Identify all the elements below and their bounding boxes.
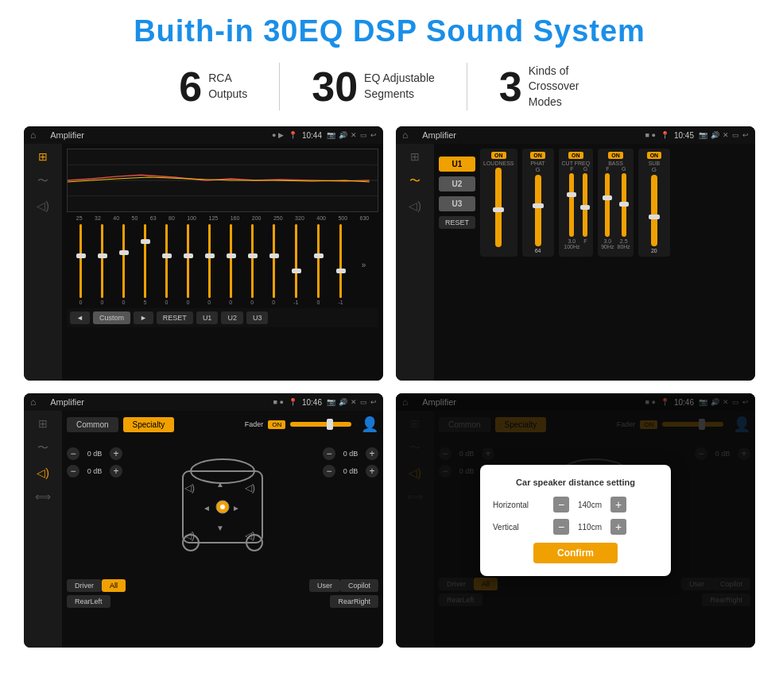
eq-val-3: 0	[122, 300, 125, 305]
eq-slider-13[interactable]: -1	[338, 224, 343, 305]
u2-button[interactable]: U2	[439, 176, 475, 191]
bass-label: BASS	[608, 160, 623, 166]
eq-graph	[67, 149, 378, 212]
eq-screen: ⊞ 〜 ◁)	[24, 144, 383, 381]
driver-button[interactable]: Driver	[67, 579, 102, 592]
eq-slider-7[interactable]: 0	[207, 224, 211, 305]
freq-32: 32	[95, 215, 101, 221]
eq-u1-button[interactable]: U1	[196, 311, 219, 324]
svg-text:▼: ▼	[216, 524, 224, 532]
db-control-tr: − 0 dB +	[323, 447, 378, 460]
all-button[interactable]: All	[102, 579, 126, 592]
fader-slider[interactable]	[290, 422, 351, 427]
cross-sliders-icon[interactable]: ⊞	[410, 150, 420, 163]
rearleft-button[interactable]: RearLeft	[67, 595, 110, 608]
cutfreq-g-slider[interactable]	[583, 173, 587, 237]
eq-sliders-icon[interactable]: ⊞	[38, 150, 48, 163]
eq-slider-11[interactable]: -1	[293, 224, 298, 305]
stat-crossover-number: 3	[499, 66, 522, 107]
db-plus-bl[interactable]: +	[110, 465, 122, 478]
vertical-plus-button[interactable]: +	[610, 519, 626, 535]
eq-slider-track-3	[122, 224, 125, 298]
bass-on: ON	[608, 152, 623, 159]
fader-sliders-icon[interactable]: ⊞	[38, 417, 48, 430]
eq-slider-9[interactable]: 0	[250, 224, 254, 305]
eq-slider-12[interactable]: 0	[317, 224, 320, 305]
fader-wave-icon[interactable]: 〜	[37, 441, 48, 455]
eq-slider-track-6	[187, 224, 189, 298]
eq-u3-button[interactable]: U3	[246, 311, 269, 324]
sub-on: ON	[647, 152, 662, 159]
db-minus-tl[interactable]: −	[67, 447, 79, 460]
fader-speaker-icon[interactable]: ◁)	[37, 466, 49, 479]
copilot-button[interactable]: Copilot	[340, 579, 378, 592]
fader-arrows-icon[interactable]: ⟺	[35, 490, 51, 503]
db-plus-tr[interactable]: +	[366, 447, 378, 460]
eq-slider-1[interactable]: 0	[79, 224, 83, 305]
user-button[interactable]: User	[309, 579, 340, 592]
fader-on-toggle[interactable]: ON	[268, 420, 285, 429]
specialty-tab[interactable]: Specialty	[123, 417, 175, 432]
svg-point-9	[220, 505, 225, 509]
eq-slider-8[interactable]: 0	[229, 224, 232, 305]
eq-slider-track-5	[165, 224, 168, 298]
phat-slider[interactable]	[535, 175, 541, 246]
cross-wave-icon[interactable]: 〜	[409, 174, 421, 188]
db-minus-tr[interactable]: −	[323, 447, 335, 460]
screenshot-fader: ⌂ Amplifier ■ ● 📍 10:46 📷 🔊 ✕ ▭ ↩ ⊞ 〜 ◁)	[24, 393, 383, 648]
home-icon-2: ⌂	[402, 130, 408, 141]
stat-eq-text: EQ AdjustableSegments	[364, 71, 435, 102]
rearright-button[interactable]: RearRight	[330, 595, 378, 608]
eq-custom-button[interactable]: Custom	[93, 311, 130, 324]
db-plus-tl[interactable]: +	[110, 447, 122, 460]
sub-slider[interactable]	[651, 175, 657, 246]
eq-val-4: 5	[143, 300, 146, 305]
eq-slider-6[interactable]: 0	[186, 224, 189, 305]
bass-f-slider[interactable]	[605, 173, 610, 237]
eq-val-13: -1	[338, 300, 343, 305]
eq-play-button[interactable]: ►	[134, 311, 153, 324]
screenshots-grid: ⌂ Amplifier ● ▶ 📍 10:44 📷 🔊 ✕ ▭ ↩ ⊞ 〜 ◁)	[24, 126, 755, 648]
bass-g-slider[interactable]	[622, 173, 626, 237]
db-minus-bl[interactable]: −	[67, 465, 79, 478]
cutfreq-f-slider[interactable]	[569, 173, 574, 237]
eq-reset-button[interactable]: RESET	[157, 311, 193, 324]
time-crossover: 10:45	[674, 131, 694, 140]
horizontal-minus-button[interactable]: −	[553, 497, 569, 512]
db-value-br: 0 dB	[339, 467, 362, 475]
eq-val-11: -1	[293, 300, 298, 305]
cross-speaker-icon[interactable]: ◁)	[409, 199, 421, 212]
fader-screen: ⊞ 〜 ◁) ⟺ Common Specialty Fader ON	[24, 411, 383, 648]
more-icon[interactable]: »	[362, 261, 366, 269]
sub-value: 20	[651, 248, 657, 253]
eq-u2-button[interactable]: U2	[221, 311, 243, 324]
u1-button[interactable]: U1	[439, 157, 475, 172]
time-eq: 10:44	[302, 131, 322, 140]
vertical-minus-button[interactable]: −	[553, 519, 569, 535]
eq-val-9: 0	[250, 300, 254, 305]
loudness-label: LOUDNESS	[483, 160, 514, 166]
back-icon-2: ↩	[742, 131, 749, 139]
eq-speaker-icon[interactable]: ◁)	[37, 199, 49, 212]
db-minus-br[interactable]: −	[323, 465, 335, 478]
phat-label: PHAT	[530, 160, 545, 166]
eq-wave-icon[interactable]: 〜	[37, 174, 48, 188]
common-tab[interactable]: Common	[67, 417, 118, 432]
eq-slider-5[interactable]: 0	[165, 224, 168, 305]
eq-slider-4[interactable]: 5	[143, 224, 146, 305]
db-plus-br[interactable]: +	[366, 465, 378, 478]
db-control-tl: − 0 dB +	[67, 447, 122, 460]
cross-reset-button[interactable]: RESET	[439, 216, 475, 229]
eq-freq-labels: 25 32 40 50 63 80 100 125 160 200 250 32…	[67, 215, 378, 221]
eq-prev-button[interactable]: ◄	[70, 311, 90, 324]
dialog-box: Car speaker distance setting Horizontal …	[480, 465, 671, 576]
eq-slider-2[interactable]: 0	[101, 224, 104, 305]
eq-slider-10[interactable]: 0	[272, 224, 275, 305]
freq-25: 25	[76, 215, 83, 221]
eq-slider-track-2	[101, 224, 103, 298]
eq-slider-3[interactable]: 0	[122, 224, 125, 305]
loudness-slider[interactable]	[495, 168, 502, 247]
horizontal-plus-button[interactable]: +	[610, 497, 626, 512]
confirm-button[interactable]: Confirm	[533, 543, 618, 563]
u3-button[interactable]: U3	[439, 196, 475, 211]
